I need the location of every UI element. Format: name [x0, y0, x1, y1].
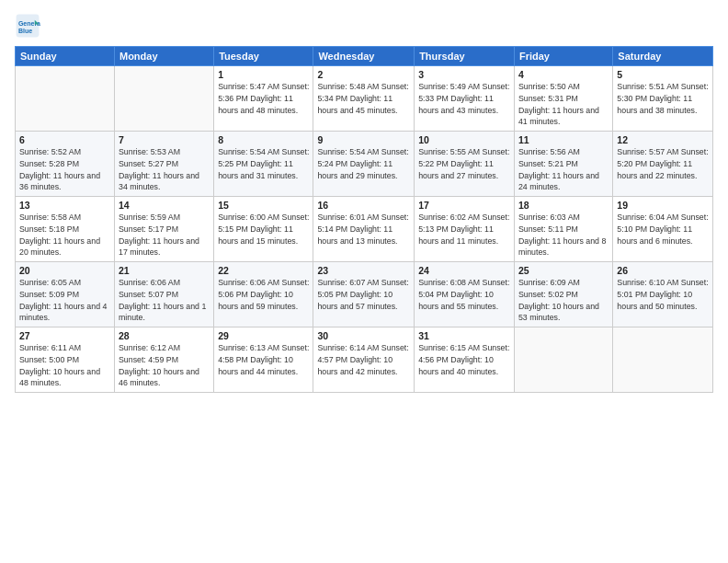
day-number: 25: [518, 265, 609, 276]
calendar-header: SundayMondayTuesdayWednesdayThursdayFrid…: [16, 47, 713, 66]
day-detail: Sunrise: 6:05 AM Sunset: 5:09 PM Dayligh…: [19, 277, 110, 324]
day-number: 28: [119, 330, 210, 341]
day-detail: Sunrise: 6:11 AM Sunset: 5:00 PM Dayligh…: [19, 342, 110, 389]
day-number: 16: [317, 200, 410, 211]
day-number: 10: [418, 134, 510, 145]
day-number: 11: [518, 134, 609, 145]
day-detail: Sunrise: 6:02 AM Sunset: 5:13 PM Dayligh…: [418, 212, 510, 247]
day-number: 17: [418, 200, 510, 211]
day-number: 18: [518, 200, 609, 211]
day-cell: 2Sunrise: 5:48 AM Sunset: 5:34 PM Daylig…: [313, 66, 415, 132]
day-detail: Sunrise: 5:57 AM Sunset: 5:20 PM Dayligh…: [617, 146, 709, 181]
day-number: 1: [218, 69, 309, 80]
day-detail: Sunrise: 5:51 AM Sunset: 5:30 PM Dayligh…: [617, 81, 709, 116]
day-detail: Sunrise: 6:04 AM Sunset: 5:10 PM Dayligh…: [617, 212, 709, 247]
day-number: 20: [19, 265, 110, 276]
day-detail: Sunrise: 5:58 AM Sunset: 5:18 PM Dayligh…: [19, 212, 110, 259]
calendar-body: 1Sunrise: 5:47 AM Sunset: 5:36 PM Daylig…: [16, 66, 713, 393]
col-header-saturday: Saturday: [613, 47, 713, 66]
day-detail: Sunrise: 6:09 AM Sunset: 5:02 PM Dayligh…: [518, 277, 609, 324]
day-cell: 29Sunrise: 6:13 AM Sunset: 4:58 PM Dayli…: [214, 327, 313, 393]
day-cell: 7Sunrise: 5:53 AM Sunset: 5:27 PM Daylig…: [114, 132, 213, 197]
day-detail: Sunrise: 6:15 AM Sunset: 4:56 PM Dayligh…: [418, 342, 510, 377]
day-detail: Sunrise: 6:07 AM Sunset: 5:05 PM Dayligh…: [317, 277, 410, 312]
calendar-table: SundayMondayTuesdayWednesdayThursdayFrid…: [15, 46, 713, 393]
day-cell: [514, 327, 612, 393]
day-cell: 16Sunrise: 6:01 AM Sunset: 5:14 PM Dayli…: [313, 197, 415, 262]
day-detail: Sunrise: 5:49 AM Sunset: 5:33 PM Dayligh…: [418, 81, 510, 116]
page: General Blue SundayMondayTuesdayWednesda…: [0, 0, 728, 563]
logo: General Blue: [15, 13, 44, 39]
day-cell: 5Sunrise: 5:51 AM Sunset: 5:30 PM Daylig…: [613, 66, 713, 132]
day-number: 13: [19, 200, 110, 211]
day-detail: Sunrise: 5:56 AM Sunset: 5:21 PM Dayligh…: [518, 146, 609, 193]
day-detail: Sunrise: 5:47 AM Sunset: 5:36 PM Dayligh…: [218, 81, 309, 116]
day-cell: 6Sunrise: 5:52 AM Sunset: 5:28 PM Daylig…: [16, 132, 115, 197]
day-number: 5: [617, 69, 709, 80]
day-detail: Sunrise: 6:06 AM Sunset: 5:06 PM Dayligh…: [218, 277, 309, 312]
day-detail: Sunrise: 5:55 AM Sunset: 5:22 PM Dayligh…: [418, 146, 510, 181]
day-number: 21: [119, 265, 210, 276]
day-number: 27: [19, 330, 110, 341]
col-header-wednesday: Wednesday: [313, 47, 415, 66]
day-detail: Sunrise: 6:13 AM Sunset: 4:58 PM Dayligh…: [218, 342, 309, 377]
day-number: 2: [317, 69, 410, 80]
day-cell: 20Sunrise: 6:05 AM Sunset: 5:09 PM Dayli…: [16, 262, 115, 327]
day-cell: 12Sunrise: 5:57 AM Sunset: 5:20 PM Dayli…: [613, 132, 713, 197]
week-row-1: 1Sunrise: 5:47 AM Sunset: 5:36 PM Daylig…: [16, 66, 713, 132]
col-header-thursday: Thursday: [415, 47, 515, 66]
week-row-5: 27Sunrise: 6:11 AM Sunset: 5:00 PM Dayli…: [16, 327, 713, 393]
day-number: 15: [218, 200, 309, 211]
day-cell: 11Sunrise: 5:56 AM Sunset: 5:21 PM Dayli…: [514, 132, 612, 197]
col-header-friday: Friday: [514, 47, 612, 66]
day-number: 19: [617, 200, 709, 211]
day-number: 29: [218, 330, 309, 341]
day-cell: 26Sunrise: 6:10 AM Sunset: 5:01 PM Dayli…: [613, 262, 713, 327]
day-detail: Sunrise: 6:10 AM Sunset: 5:01 PM Dayligh…: [617, 277, 709, 312]
day-detail: Sunrise: 6:06 AM Sunset: 5:07 PM Dayligh…: [119, 277, 210, 324]
day-cell: 23Sunrise: 6:07 AM Sunset: 5:05 PM Dayli…: [313, 262, 415, 327]
day-number: 26: [617, 265, 709, 276]
day-cell: 8Sunrise: 5:54 AM Sunset: 5:25 PM Daylig…: [214, 132, 313, 197]
day-cell: 25Sunrise: 6:09 AM Sunset: 5:02 PM Dayli…: [514, 262, 612, 327]
day-number: 31: [418, 330, 510, 341]
day-cell: 21Sunrise: 6:06 AM Sunset: 5:07 PM Dayli…: [114, 262, 213, 327]
day-detail: Sunrise: 5:52 AM Sunset: 5:28 PM Dayligh…: [19, 146, 110, 193]
header-row: SundayMondayTuesdayWednesdayThursdayFrid…: [16, 47, 713, 66]
day-detail: Sunrise: 5:53 AM Sunset: 5:27 PM Dayligh…: [119, 146, 210, 193]
day-number: 3: [418, 69, 510, 80]
col-header-tuesday: Tuesday: [214, 47, 313, 66]
day-cell: 19Sunrise: 6:04 AM Sunset: 5:10 PM Dayli…: [613, 197, 713, 262]
day-cell: 9Sunrise: 5:54 AM Sunset: 5:24 PM Daylig…: [313, 132, 415, 197]
day-cell: 30Sunrise: 6:14 AM Sunset: 4:57 PM Dayli…: [313, 327, 415, 393]
day-number: 24: [418, 265, 510, 276]
day-cell: 10Sunrise: 5:55 AM Sunset: 5:22 PM Dayli…: [415, 132, 515, 197]
svg-text:Blue: Blue: [18, 28, 32, 34]
day-number: 4: [518, 69, 609, 80]
day-number: 23: [317, 265, 410, 276]
day-detail: Sunrise: 6:08 AM Sunset: 5:04 PM Dayligh…: [418, 277, 510, 312]
day-number: 12: [617, 134, 709, 145]
day-number: 7: [119, 134, 210, 145]
day-detail: Sunrise: 5:59 AM Sunset: 5:17 PM Dayligh…: [119, 212, 210, 259]
day-cell: 22Sunrise: 6:06 AM Sunset: 5:06 PM Dayli…: [214, 262, 313, 327]
day-number: 9: [317, 134, 410, 145]
day-cell: 4Sunrise: 5:50 AM Sunset: 5:31 PM Daylig…: [514, 66, 612, 132]
day-detail: Sunrise: 6:12 AM Sunset: 4:59 PM Dayligh…: [119, 342, 210, 389]
day-detail: Sunrise: 5:54 AM Sunset: 5:25 PM Dayligh…: [218, 146, 309, 181]
day-cell: 24Sunrise: 6:08 AM Sunset: 5:04 PM Dayli…: [415, 262, 515, 327]
logo-icon: General Blue: [15, 13, 40, 39]
day-detail: Sunrise: 6:01 AM Sunset: 5:14 PM Dayligh…: [317, 212, 410, 247]
day-number: 22: [218, 265, 309, 276]
day-number: 14: [119, 200, 210, 211]
day-detail: Sunrise: 5:48 AM Sunset: 5:34 PM Dayligh…: [317, 81, 410, 116]
day-cell: 1Sunrise: 5:47 AM Sunset: 5:36 PM Daylig…: [214, 66, 313, 132]
day-cell: 14Sunrise: 5:59 AM Sunset: 5:17 PM Dayli…: [114, 197, 213, 262]
day-cell: 3Sunrise: 5:49 AM Sunset: 5:33 PM Daylig…: [415, 66, 515, 132]
day-cell: [114, 66, 213, 132]
day-detail: Sunrise: 6:14 AM Sunset: 4:57 PM Dayligh…: [317, 342, 410, 377]
day-cell: [613, 327, 713, 393]
day-cell: 15Sunrise: 6:00 AM Sunset: 5:15 PM Dayli…: [214, 197, 313, 262]
day-cell: 28Sunrise: 6:12 AM Sunset: 4:59 PM Dayli…: [114, 327, 213, 393]
day-cell: [16, 66, 115, 132]
